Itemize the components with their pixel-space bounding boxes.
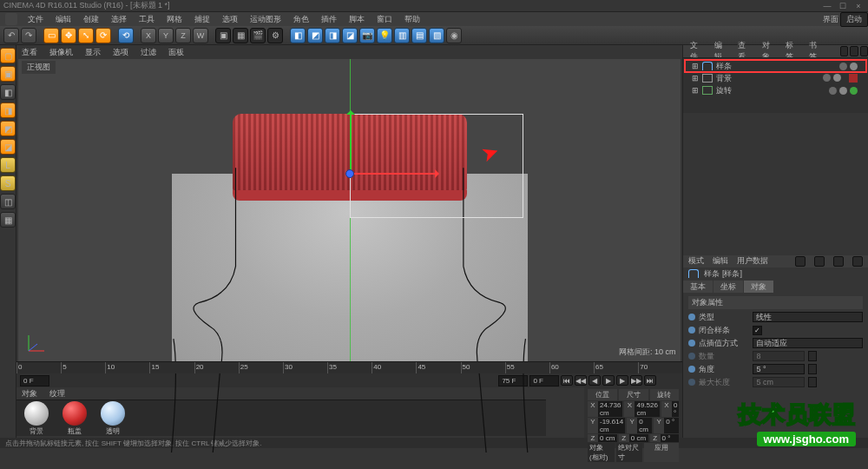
om-filter-icon[interactable]	[850, 46, 858, 56]
env-button[interactable]: ▧	[429, 28, 444, 43]
layout-dropdown[interactable]: 启动	[840, 12, 868, 27]
object-name[interactable]: 旋转	[716, 85, 732, 96]
floor-button[interactable]: ▥	[394, 28, 410, 43]
anim-dot-icon[interactable]	[688, 379, 695, 386]
om-search-icon[interactable]	[840, 46, 848, 56]
anim-dot-icon[interactable]	[688, 340, 695, 347]
menu-snap[interactable]: 捕捉	[189, 13, 215, 26]
anim-dot-icon[interactable]	[688, 327, 695, 334]
workplane-mode[interactable]: ◨	[0, 102, 16, 118]
menu-mograph[interactable]: 运动图形	[245, 13, 286, 26]
attr-tab-basic[interactable]: 基本	[683, 281, 713, 293]
live-select-tool[interactable]: ▭	[43, 28, 59, 43]
viewport[interactable]: 正视图 ➤ 网格间距: 10 cm	[18, 59, 681, 361]
attr-fwd-icon[interactable]	[814, 256, 825, 267]
menu-window[interactable]: 窗口	[372, 13, 398, 26]
recent-tool[interactable]: ⟲	[118, 28, 134, 43]
anim-dot-icon[interactable]	[688, 366, 695, 373]
spline-type-dropdown[interactable]: 线性	[753, 312, 863, 322]
texture-mode[interactable]: ◧	[0, 84, 16, 100]
attr-tab-object[interactable]: 对象	[744, 281, 773, 293]
view-menu-filter[interactable]: 过滤	[141, 47, 156, 58]
object-row[interactable]: ⊞ 样条	[685, 60, 866, 72]
menu-tools[interactable]: 工具	[134, 13, 160, 26]
menu-options[interactable]: 选项	[217, 13, 243, 26]
object-row[interactable]: ⊞ 旋转	[685, 84, 866, 96]
selection-bbox[interactable]	[350, 114, 523, 218]
move-tool[interactable]: ✥	[61, 28, 76, 43]
view-menu-display[interactable]: 显示	[85, 47, 101, 58]
make-editable-button[interactable]: ▢	[0, 48, 16, 63]
axis-w-lock[interactable]: W	[193, 28, 208, 43]
attr-menu-mode[interactable]: 模式	[688, 255, 704, 267]
menu-edit[interactable]: 编辑	[50, 13, 76, 26]
light-button[interactable]: 💡	[377, 28, 392, 43]
visibility-render-toggle[interactable]	[833, 74, 841, 82]
menu-select[interactable]: 选择	[106, 13, 132, 26]
object-row[interactable]: ⊞ 背景	[685, 72, 866, 84]
camera-button[interactable]: 📷	[359, 28, 375, 43]
axis-mode[interactable]: L	[0, 157, 16, 173]
object-name[interactable]: 样条	[716, 61, 732, 72]
gizmo-origin[interactable]	[345, 169, 354, 178]
attr-tab-coord[interactable]: 坐标	[713, 281, 743, 293]
visibility-editor-toggle[interactable]	[829, 87, 837, 95]
gizmo-y-arrow[interactable]	[350, 113, 352, 174]
render-region-button[interactable]: ▦	[233, 28, 248, 43]
hierarchy-toggle-icon[interactable]: ⊞	[692, 62, 699, 70]
texture-tag[interactable]	[849, 74, 858, 83]
visibility-editor-toggle[interactable]	[823, 74, 831, 82]
hierarchy-toggle-icon[interactable]: ⊞	[692, 86, 699, 95]
rotate-tool[interactable]: ⟳	[95, 28, 111, 43]
visibility-render-toggle[interactable]	[839, 87, 847, 95]
attr-menu-edit[interactable]: 编辑	[713, 255, 728, 267]
interp-dropdown[interactable]: 自动适应	[753, 338, 863, 348]
axis-x-lock[interactable]: X	[141, 28, 156, 43]
menu-mesh[interactable]: 网格	[161, 13, 187, 26]
generator-enable-toggle[interactable]	[850, 87, 858, 95]
om-eye-icon[interactable]	[860, 46, 868, 56]
visibility-render-toggle[interactable]	[850, 63, 858, 70]
redo-button[interactable]: ↷	[21, 28, 36, 43]
sky-button[interactable]: ▤	[411, 28, 427, 43]
axis-z-lock[interactable]: Z	[175, 28, 191, 43]
edge-mode[interactable]: ◪	[0, 139, 16, 155]
close-spline-checkbox[interactable]	[753, 326, 762, 335]
polygon-mode[interactable]: ◫	[0, 194, 16, 209]
scale-tool[interactable]: ⤡	[78, 28, 94, 43]
hierarchy-toggle-icon[interactable]: ⊞	[692, 74, 699, 83]
axis-y-lock[interactable]: Y	[158, 28, 174, 43]
attr-lock-icon[interactable]	[852, 256, 863, 267]
view-menu-camera[interactable]: 摄像机	[49, 47, 73, 58]
visibility-editor-toggle[interactable]	[839, 63, 847, 70]
model-mode[interactable]: ▣	[0, 66, 16, 82]
gizmo-x-arrow[interactable]	[350, 173, 437, 175]
menu-script[interactable]: 脚本	[344, 13, 370, 26]
menu-file[interactable]: 文件	[23, 13, 49, 26]
scene-button[interactable]: ◪	[342, 28, 358, 43]
anim-dot-icon[interactable]	[688, 353, 695, 360]
attr-up-icon[interactable]	[833, 256, 844, 267]
point-mode[interactable]: ◩	[0, 121, 16, 136]
uv-mode[interactable]: ▦	[0, 212, 16, 228]
window-max[interactable]: ☐	[837, 2, 849, 10]
spinner-icon[interactable]	[808, 364, 817, 374]
attr-menu-userdata[interactable]: 用户数据	[737, 255, 768, 267]
render-button[interactable]: ▣	[215, 28, 231, 43]
render-settings-button[interactable]: ⚙	[267, 28, 283, 43]
object-manager[interactable]: ⊞ 样条 ⊞ 背景 ⊞ 旋转	[683, 57, 868, 113]
window-min[interactable]: —	[821, 2, 833, 10]
anim-dot-icon[interactable]	[688, 314, 695, 320]
attr-back-icon[interactable]	[795, 256, 806, 267]
deformer-button[interactable]: ◩	[307, 28, 323, 43]
tweak-mode[interactable]: S	[0, 175, 16, 191]
window-close[interactable]: ×	[852, 2, 865, 10]
menu-plugins[interactable]: 插件	[316, 13, 342, 26]
menu-help[interactable]: 帮助	[399, 13, 425, 26]
angle-field[interactable]: 5 °	[753, 364, 805, 374]
view-menu-panel[interactable]: 面板	[168, 47, 184, 58]
view-menu-view[interactable]: 查看	[22, 47, 37, 58]
primitive-button[interactable]: ◧	[290, 28, 306, 43]
generator-button[interactable]: ◨	[325, 28, 340, 43]
undo-button[interactable]: ↶	[3, 28, 19, 43]
